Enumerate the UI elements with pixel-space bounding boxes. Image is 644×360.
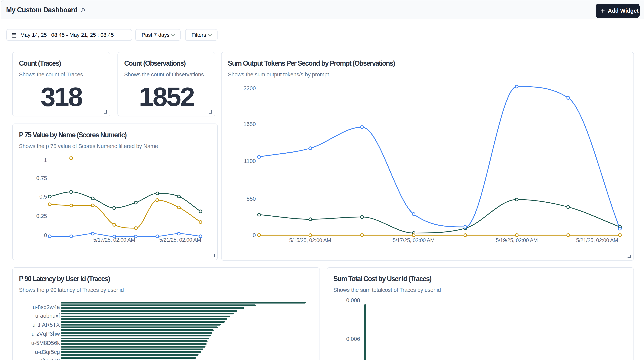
svg-text:0: 0 xyxy=(253,232,256,238)
svg-text:1100: 1100 xyxy=(244,158,256,164)
svg-text:0: 0 xyxy=(44,232,47,238)
svg-text:1: 1 xyxy=(44,157,47,163)
svg-text:0.25: 0.25 xyxy=(36,213,47,219)
svg-text:5/21/25, 02:00 AM: 5/21/25, 02:00 AM xyxy=(576,237,618,243)
svg-text:550: 550 xyxy=(246,196,256,202)
svg-text:5/21/25, 02:00 AM: 5/21/25, 02:00 AM xyxy=(159,237,201,243)
svg-text:5/15/25, 02:00 AM: 5/15/25, 02:00 AM xyxy=(289,237,331,243)
svg-text:0.75: 0.75 xyxy=(36,175,47,181)
svg-text:0.5: 0.5 xyxy=(40,194,47,200)
svg-text:1650: 1650 xyxy=(243,121,256,127)
svg-text:2200: 2200 xyxy=(243,85,256,91)
svg-text:5/19/25, 02:00 AM: 5/19/25, 02:00 AM xyxy=(496,237,538,243)
svg-text:5/17/25, 02:00 AM: 5/17/25, 02:00 AM xyxy=(393,237,435,243)
